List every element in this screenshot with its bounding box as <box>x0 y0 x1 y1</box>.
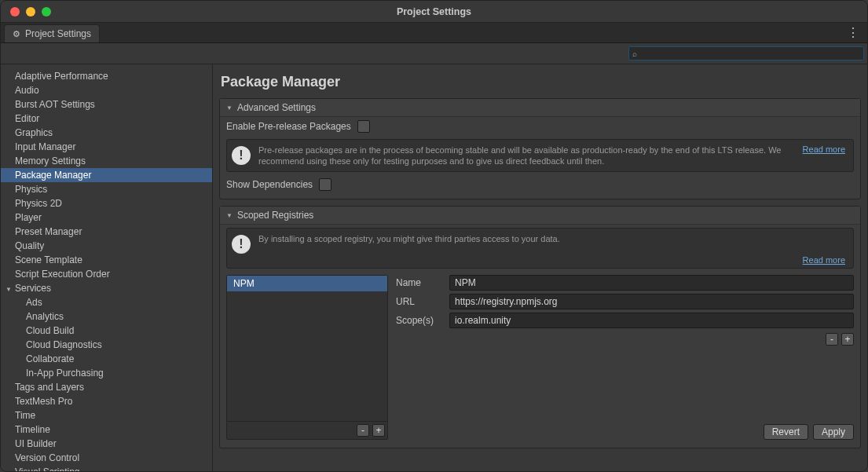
tabbar: ⚙ Project Settings ⋮ <box>1 23 867 43</box>
sidebar-item-audio[interactable]: Audio <box>1 83 212 97</box>
scoped-readmore-link[interactable]: Read more <box>803 255 845 265</box>
content: Package Manager ▼ Advanced Settings Enab… <box>213 64 867 471</box>
chevron-down-icon: ▼ <box>226 212 233 219</box>
sidebar-item-collaborate[interactable]: Collaborate <box>1 352 212 366</box>
prerelease-info-box: ! Pre-release packages are in the proces… <box>226 139 854 172</box>
sidebar-item-quality[interactable]: Quality <box>1 239 212 253</box>
sidebar-item-analytics[interactable]: Analytics <box>1 309 212 324</box>
scoped-registries-panel: ▼ Scoped Registries ! By installing a sc… <box>219 206 861 448</box>
add-registry-button[interactable]: + <box>372 424 385 437</box>
sidebar-item-version-control[interactable]: Version Control <box>1 451 212 465</box>
sidebar-item-physics[interactable]: Physics <box>1 182 212 196</box>
registry-form-footer: Revert Apply <box>396 424 854 440</box>
prerelease-row: Enable Pre-release Packages <box>220 117 860 136</box>
registry-list-items: NPM <box>227 276 387 421</box>
prerelease-info-text: Pre-release packages are in the process … <box>258 145 795 166</box>
sidebar-item-cloud-build[interactable]: Cloud Build <box>1 324 212 338</box>
tab-label: Project Settings <box>25 28 91 39</box>
advanced-settings-label: Advanced Settings <box>237 102 316 113</box>
registry-url-input[interactable] <box>449 294 854 309</box>
info-icon: ! <box>232 146 251 165</box>
sidebar-item-input-manager[interactable]: Input Manager <box>1 140 212 154</box>
sidebar-item-burst-aot-settings[interactable]: Burst AOT Settings <box>1 97 212 112</box>
titlebar: Project Settings <box>1 1 867 23</box>
page-title: Package Manager <box>221 74 861 90</box>
sidebar-item-memory-settings[interactable]: Memory Settings <box>1 154 212 168</box>
sidebar-item-services[interactable]: Services <box>1 281 212 295</box>
registry-form: Name URL Scope(s) - + <box>396 275 854 440</box>
sidebar-item-timeline[interactable]: Timeline <box>1 423 212 437</box>
scoped-registries-header[interactable]: ▼ Scoped Registries <box>220 207 860 225</box>
add-scope-button[interactable]: + <box>841 333 854 346</box>
scoped-info-box: ! By installing a scoped registry, you m… <box>226 228 854 269</box>
registry-scope-input[interactable] <box>449 313 854 328</box>
search-input[interactable] <box>640 48 860 59</box>
registry-name-label: Name <box>396 277 443 288</box>
window-title: Project Settings <box>1 6 867 17</box>
prerelease-checkbox[interactable] <box>357 120 370 133</box>
registry-list: NPM - + <box>226 275 388 440</box>
registry-url-label: URL <box>396 296 443 307</box>
sidebar-item-cloud-diagnostics[interactable]: Cloud Diagnostics <box>1 338 212 352</box>
tab-menu-button[interactable]: ⋮ <box>839 23 867 42</box>
search-row: ⌕ <box>1 43 867 64</box>
scoped-registries-label: Scoped Registries <box>237 210 313 221</box>
sidebar-item-preset-manager[interactable]: Preset Manager <box>1 225 212 239</box>
show-deps-row: Show Dependencies <box>220 175 860 194</box>
sidebar-item-visual-scripting[interactable]: Visual Scripting <box>1 465 212 471</box>
registry-scope-label: Scope(s) <box>396 315 443 326</box>
gear-icon: ⚙ <box>13 29 20 39</box>
sidebar: Adaptive PerformanceAudioBurst AOT Setti… <box>1 64 213 471</box>
sidebar-item-adaptive-performance[interactable]: Adaptive Performance <box>1 69 212 83</box>
registry-item[interactable]: NPM <box>227 276 387 291</box>
sidebar-item-textmesh-pro[interactable]: TextMesh Pro <box>1 394 212 408</box>
advanced-settings-header[interactable]: ▼ Advanced Settings <box>220 99 860 117</box>
sidebar-item-ui-builder[interactable]: UI Builder <box>1 437 212 451</box>
scope-buttons: - + <box>396 333 854 346</box>
sidebar-item-physics-2d[interactable]: Physics 2D <box>1 196 212 210</box>
sidebar-item-scene-template[interactable]: Scene Template <box>1 253 212 267</box>
project-settings-window: Project Settings ⚙ Project Settings ⋮ ⌕ … <box>0 0 868 472</box>
remove-scope-button[interactable]: - <box>826 333 838 346</box>
remove-registry-button[interactable]: - <box>357 424 369 437</box>
registry-list-footer: - + <box>227 421 387 439</box>
show-deps-label: Show Dependencies <box>226 179 313 190</box>
advanced-settings-panel: ▼ Advanced Settings Enable Pre-release P… <box>219 98 861 199</box>
revert-button[interactable]: Revert <box>764 424 808 440</box>
prerelease-readmore-link[interactable]: Read more <box>803 145 845 154</box>
scoped-info-text: By installing a scoped registry, you mig… <box>258 233 845 244</box>
sidebar-item-package-manager[interactable]: Package Manager <box>1 168 212 182</box>
sidebar-item-editor[interactable]: Editor <box>1 112 212 126</box>
sidebar-item-player[interactable]: Player <box>1 210 212 225</box>
search-box[interactable]: ⌕ <box>628 46 864 60</box>
apply-button[interactable]: Apply <box>813 424 854 440</box>
registry-name-input[interactable] <box>449 275 854 291</box>
sidebar-item-in-app-purchasing[interactable]: In-App Purchasing <box>1 366 212 380</box>
prerelease-label: Enable Pre-release Packages <box>226 121 351 132</box>
tab-project-settings[interactable]: ⚙ Project Settings <box>4 24 100 42</box>
info-icon: ! <box>232 235 251 254</box>
body: Adaptive PerformanceAudioBurst AOT Setti… <box>1 64 867 471</box>
registry-editor: NPM - + Name URL <box>220 272 860 443</box>
search-icon: ⌕ <box>632 49 637 58</box>
sidebar-item-ads[interactable]: Ads <box>1 295 212 309</box>
sidebar-item-graphics[interactable]: Graphics <box>1 126 212 140</box>
sidebar-item-time[interactable]: Time <box>1 408 212 423</box>
chevron-down-icon: ▼ <box>226 104 233 112</box>
sidebar-item-tags-and-layers[interactable]: Tags and Layers <box>1 380 212 394</box>
show-deps-checkbox[interactable] <box>319 178 331 191</box>
sidebar-item-script-execution-order[interactable]: Script Execution Order <box>1 267 212 281</box>
